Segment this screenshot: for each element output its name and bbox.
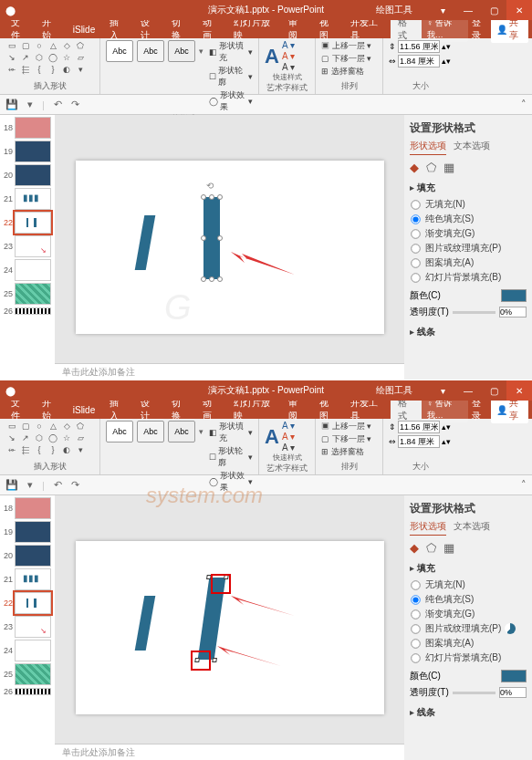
fill-gradient-radio[interactable]: 渐变填充(G) xyxy=(410,608,527,620)
thumb-26[interactable]: 26 xyxy=(2,307,53,316)
text-effect-button[interactable]: A ▾ xyxy=(282,62,295,72)
menu-slideshow[interactable]: 幻灯片放映 xyxy=(226,401,282,419)
resize-handle[interactable] xyxy=(209,276,214,282)
style-gallery[interactable]: Abc Abc Abc ▾ xyxy=(106,40,203,62)
resize-handle[interactable] xyxy=(209,194,214,200)
text-fill-button[interactable]: A ▾ xyxy=(282,421,295,431)
minimize-button[interactable]: — xyxy=(455,380,481,401)
rotate-handle-icon[interactable]: ⟲ xyxy=(206,181,217,192)
resize-handle[interactable] xyxy=(201,276,206,282)
shape-outline-button[interactable]: ☐ 形状轮廓 ▾ xyxy=(209,445,253,469)
menu-home[interactable]: 开始 xyxy=(35,20,66,38)
tab-shape-options[interactable]: 形状选项 xyxy=(410,520,446,536)
collapse-ribbon-icon[interactable]: ˄ xyxy=(521,99,527,110)
close-button[interactable]: ✕ xyxy=(506,380,532,401)
fill-pattern-radio[interactable]: 图案填充(A) xyxy=(410,637,527,650)
resize-handle[interactable] xyxy=(217,235,223,241)
fill-line-icon[interactable]: ◆ xyxy=(410,541,419,555)
style-preset-1[interactable]: Abc xyxy=(106,421,133,442)
thumb-23[interactable]: 23↘ xyxy=(2,235,53,257)
fill-pattern-radio[interactable]: 图案填充(A) xyxy=(410,256,527,269)
redo-icon[interactable]: ↷ xyxy=(71,479,79,491)
tab-text-options[interactable]: 文本选项 xyxy=(454,520,490,536)
menu-review[interactable]: 审阅 xyxy=(281,401,312,419)
shape-parallelogram[interactable] xyxy=(134,215,155,270)
dropdown-icon[interactable]: ▾ xyxy=(27,479,33,491)
shapes-gallery[interactable]: ▭▢○△◇⬠ ↘↗⬡◯☆▱ ⬰⬱{}◐▾ xyxy=(5,40,94,75)
menu-transition[interactable]: 切换 xyxy=(164,20,195,38)
login-link[interactable]: 登录 xyxy=(472,397,487,422)
style-preset-3[interactable]: Abc xyxy=(168,421,195,442)
send-backward-button[interactable]: ▢ 下移一层 ▾ xyxy=(321,53,377,65)
thumb-18[interactable]: 18 xyxy=(2,117,53,139)
resize-handle[interactable] xyxy=(217,194,223,200)
section-fill[interactable]: ▸ 填充 xyxy=(410,182,527,194)
canvas[interactable]: ⟲ 单击此处添加备注 G xyxy=(55,115,404,380)
menu-insert[interactable]: 插入 xyxy=(102,401,133,419)
notes-placeholder[interactable]: 单击此处添加备注 xyxy=(55,744,404,760)
selection-pane-button[interactable]: ⊞ 选择窗格 xyxy=(321,446,377,458)
size-props-icon[interactable]: ▦ xyxy=(443,541,454,555)
menu-insert[interactable]: 插入 xyxy=(102,20,133,38)
menu-design[interactable]: 设计 xyxy=(133,20,164,38)
menu-design[interactable]: 设计 xyxy=(133,401,164,419)
undo-icon[interactable]: ↶ xyxy=(54,99,62,110)
undo-icon[interactable]: ↶ xyxy=(54,479,62,491)
save-icon[interactable]: 💾 xyxy=(5,99,18,110)
fill-picture-radio[interactable]: 图片或纹理填充(P) xyxy=(410,242,527,255)
ribbon-options-icon[interactable]: ▾ xyxy=(430,380,455,401)
menu-devtools[interactable]: 开发工具 xyxy=(343,20,391,38)
shape-fill-button[interactable]: ◧ 形状填充 ▾ xyxy=(209,40,253,64)
effects-icon[interactable]: ⬠ xyxy=(426,161,436,174)
height-input[interactable] xyxy=(398,421,440,433)
menu-islide[interactable]: iSlide xyxy=(66,401,102,419)
shape-effect-button[interactable]: ◯ 形状效果 ▾ xyxy=(209,89,253,113)
shape-rectangle-selected[interactable]: ⟲ xyxy=(203,197,220,279)
text-effect-button[interactable]: A ▾ xyxy=(282,442,295,453)
shape-effect-button[interactable]: ◯ 形状效果 ▾ xyxy=(209,470,253,494)
color-swatch[interactable] xyxy=(501,670,527,682)
maximize-button[interactable]: ▢ xyxy=(481,0,506,20)
maximize-button[interactable]: ▢ xyxy=(481,380,506,401)
selection-pane-button[interactable]: ⊞ 选择窗格 xyxy=(321,66,377,78)
tab-shape-options[interactable]: 形状选项 xyxy=(410,140,446,155)
menu-devtools[interactable]: 开发工具 xyxy=(343,401,391,419)
menu-format[interactable]: 格式 xyxy=(391,401,422,419)
effects-icon[interactable]: ⬠ xyxy=(426,541,436,555)
fill-none-radio[interactable]: 无填充(N) xyxy=(410,198,527,211)
shape-fill-button[interactable]: ◧ 形状填充 ▾ xyxy=(209,421,253,444)
redo-icon[interactable]: ↷ xyxy=(71,99,79,110)
thumb-24[interactable]: 24 xyxy=(2,640,53,661)
close-button[interactable]: ✕ xyxy=(506,0,532,20)
login-link[interactable]: 登录 xyxy=(472,16,487,42)
transparency-input[interactable] xyxy=(499,307,527,318)
slide[interactable] xyxy=(76,541,384,714)
thumb-23[interactable]: 23↘ xyxy=(2,616,53,638)
wordart-gallery[interactable]: A xyxy=(265,45,279,68)
dropdown-icon[interactable]: ▾ xyxy=(27,99,33,110)
size-props-icon[interactable]: ▦ xyxy=(443,161,454,174)
thumb-25[interactable]: 25 xyxy=(2,283,53,305)
thumb-22[interactable]: 22 xyxy=(2,212,53,234)
text-fill-button[interactable]: A ▾ xyxy=(282,40,295,50)
menu-transition[interactable]: 切换 xyxy=(164,401,195,419)
slide[interactable]: ⟲ xyxy=(76,161,384,334)
spinner-icon[interactable]: ▴▾ xyxy=(442,437,451,446)
menu-view[interactable]: 视图 xyxy=(312,20,343,38)
fill-slidebg-radio[interactable]: 幻灯片背景填充(B) xyxy=(410,271,527,284)
color-swatch[interactable] xyxy=(501,289,527,302)
style-preset-1[interactable]: Abc xyxy=(106,40,133,62)
style-preset-2[interactable]: Abc xyxy=(137,40,164,62)
fill-picture-radio[interactable]: 图片或纹理填充(P) xyxy=(410,622,527,635)
thumb-21[interactable]: 21▮▮▮ xyxy=(2,188,53,210)
section-line[interactable]: ▸ 线条 xyxy=(410,706,527,719)
notes-placeholder[interactable]: 单击此处添加备注 xyxy=(55,363,404,380)
transparency-input[interactable] xyxy=(499,687,527,698)
resize-handle[interactable] xyxy=(217,276,223,282)
menu-slideshow[interactable]: 幻灯片放映 xyxy=(226,20,282,38)
send-backward-button[interactable]: ▢ 下移一层 ▾ xyxy=(321,433,377,445)
thumb-21[interactable]: 21▮▮▮ xyxy=(2,568,53,590)
style-preset-3[interactable]: Abc xyxy=(168,40,195,62)
save-icon[interactable]: 💾 xyxy=(5,479,18,491)
fill-solid-radio[interactable]: 纯色填充(S) xyxy=(410,213,527,225)
